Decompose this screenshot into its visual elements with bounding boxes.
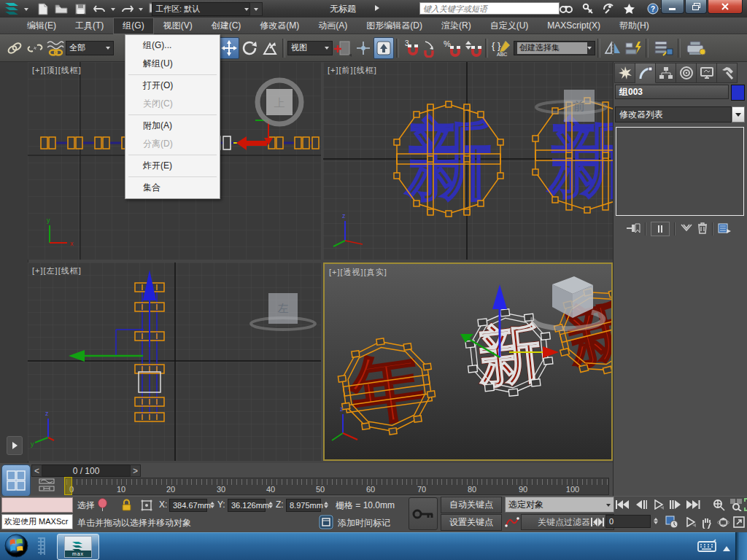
select-and-rotate-button[interactable] bbox=[239, 37, 260, 59]
spinner-snap-toggle-button[interactable] bbox=[462, 37, 483, 59]
use-center-flyout-icon[interactable] bbox=[333, 37, 353, 59]
maxscript-mini-listener[interactable] bbox=[1, 497, 73, 513]
modifier-stack-list[interactable] bbox=[616, 127, 744, 216]
viewport-perspective[interactable]: [+][透视][真实] 年 新 新 bbox=[323, 262, 613, 461]
tab-display[interactable] bbox=[697, 63, 717, 83]
maximize-button[interactable] bbox=[685, 0, 707, 14]
time-slider-value[interactable]: 0 / 100 bbox=[42, 464, 130, 477]
edit-named-selection-sets-button[interactable]: { }ABC bbox=[490, 37, 514, 59]
z-coordinate-field[interactable]: 8.975mm bbox=[286, 499, 321, 512]
frame-spinner[interactable] bbox=[654, 516, 658, 526]
y-spinner[interactable] bbox=[268, 499, 273, 510]
set-keys-button[interactable] bbox=[409, 497, 438, 530]
redo-caret-icon[interactable] bbox=[139, 8, 143, 13]
make-unique-icon[interactable] bbox=[680, 223, 693, 236]
next-frame-button[interactable]: > bbox=[130, 464, 141, 477]
redo-button[interactable] bbox=[120, 2, 134, 15]
select-and-manipulate-icon[interactable] bbox=[353, 37, 374, 59]
y-coordinate-field[interactable]: 36.126mm bbox=[228, 499, 266, 512]
add-time-tag[interactable]: 添加时间标记 bbox=[338, 517, 390, 529]
app-logo-button[interactable] bbox=[1, 1, 34, 17]
viewport-front[interactable]: [+][前][线框] 新 新 bbox=[323, 62, 613, 260]
angle-snap-toggle-button[interactable] bbox=[422, 37, 442, 59]
x-coordinate-field[interactable]: 384.67mm bbox=[169, 499, 207, 512]
selection-filter-dropdown[interactable]: 全部 bbox=[66, 41, 114, 55]
workspace-flyout-button[interactable] bbox=[249, 2, 263, 16]
key-mode-toggle-button[interactable] bbox=[588, 514, 607, 530]
search-icon[interactable] bbox=[557, 1, 575, 16]
menu-views[interactable]: 视图(V) bbox=[154, 18, 202, 34]
favorites-star-icon[interactable] bbox=[620, 1, 638, 16]
input-method-icon[interactable] bbox=[697, 539, 716, 554]
close-button[interactable] bbox=[708, 0, 743, 14]
menu-help[interactable]: 帮助(H) bbox=[610, 18, 659, 34]
selection-set-dropdown[interactable]: 选定对象 bbox=[505, 497, 614, 513]
next-frame-button[interactable] bbox=[666, 497, 685, 513]
bind-to-space-warp-icon[interactable] bbox=[45, 37, 66, 59]
zoom-extents-selected-icon[interactable] bbox=[741, 497, 747, 513]
show-end-result-button[interactable] bbox=[651, 222, 670, 236]
menu-item-ungroup[interactable]: 解组(U) bbox=[125, 55, 220, 73]
go-to-start-button[interactable] bbox=[613, 497, 632, 513]
viewport-perspective-label[interactable]: [+][透视][真实] bbox=[329, 267, 387, 278]
menu-item-group[interactable]: 组(G)... bbox=[125, 36, 220, 55]
render-setup-button[interactable] bbox=[683, 37, 709, 59]
menu-maxscript[interactable]: MAXScript(X) bbox=[538, 18, 610, 33]
open-file-button[interactable] bbox=[54, 2, 69, 15]
pin-stack-icon[interactable] bbox=[626, 222, 640, 236]
viewport-layout-tab-button[interactable] bbox=[1, 464, 31, 497]
unlink-selection-icon[interactable] bbox=[25, 37, 45, 59]
select-and-link-icon[interactable] bbox=[4, 37, 25, 59]
menu-create[interactable]: 创建(C) bbox=[202, 18, 251, 34]
tab-motion[interactable] bbox=[676, 63, 697, 83]
align-button[interactable] bbox=[623, 37, 643, 59]
time-configuration-icon[interactable] bbox=[662, 514, 681, 530]
key-filters-curve-icon[interactable] bbox=[505, 516, 519, 531]
viewport-top-label[interactable]: [+][顶][线框] bbox=[32, 65, 82, 76]
modifier-list-arrow-button[interactable] bbox=[732, 106, 745, 122]
viewport-front-label[interactable]: [+][前][线框] bbox=[328, 65, 377, 76]
menu-modifiers[interactable]: 修改器(M) bbox=[250, 18, 309, 34]
key-icon[interactable] bbox=[579, 1, 597, 16]
menu-graph-editors[interactable]: 图形编辑器(D) bbox=[357, 18, 432, 34]
open-explorer-button[interactable] bbox=[7, 436, 23, 455]
new-file-button[interactable] bbox=[35, 2, 50, 15]
prev-frame-button[interactable]: < bbox=[31, 464, 42, 477]
use-pivot-point-center-button[interactable] bbox=[374, 37, 394, 59]
snaps-toggle-button[interactable]: 3 bbox=[401, 37, 422, 59]
set-key-button[interactable]: 设置关键点 bbox=[441, 514, 502, 531]
track-bar[interactable]: 0 10 20 30 40 50 60 70 80 90 100 bbox=[66, 478, 609, 495]
percent-snap-toggle-button[interactable]: % bbox=[442, 37, 462, 59]
menu-item-attach[interactable]: 附加(A) bbox=[125, 117, 220, 135]
start-button[interactable] bbox=[4, 534, 28, 558]
auto-key-button[interactable]: 自动关键点 bbox=[441, 497, 502, 513]
viewport-left-label[interactable]: [+][左][线框] bbox=[32, 265, 82, 276]
curve-editor-button[interactable] bbox=[651, 37, 676, 59]
x-spinner[interactable] bbox=[210, 499, 214, 510]
absolute-mode-transform-icon[interactable] bbox=[140, 499, 153, 514]
menu-item-explode[interactable]: 炸开(E) bbox=[125, 157, 220, 175]
lock-selection-icon[interactable] bbox=[121, 499, 132, 513]
workspace-dropdown[interactable]: 工作区: 默认 bbox=[152, 2, 252, 16]
open-mini-curve-editor-icon[interactable] bbox=[38, 478, 55, 494]
menu-item-assembly[interactable]: 集合 bbox=[125, 179, 220, 197]
show-hidden-icons-button[interactable] bbox=[723, 542, 730, 551]
remove-modifier-icon[interactable] bbox=[697, 222, 708, 236]
save-button[interactable] bbox=[73, 2, 88, 15]
object-color-swatch[interactable] bbox=[731, 85, 745, 101]
menu-group[interactable]: 组(G) bbox=[113, 18, 153, 34]
maxscript-listener-line[interactable]: 欢迎使用 MAXScr bbox=[1, 514, 73, 529]
viewport-left[interactable]: [+][左][线框] 左 z y bbox=[28, 262, 321, 461]
current-frame-field[interactable]: 0 bbox=[605, 515, 651, 528]
menu-rendering[interactable]: 渲染(R) bbox=[432, 18, 481, 34]
reference-coordinate-dropdown[interactable]: 视图 bbox=[287, 41, 333, 55]
zoom-extents-icon[interactable] bbox=[709, 497, 728, 513]
go-to-end-button[interactable] bbox=[684, 497, 703, 513]
undo-button[interactable] bbox=[92, 2, 107, 15]
menu-edit[interactable]: 编辑(E) bbox=[18, 18, 66, 34]
menu-item-open[interactable]: 打开(O) bbox=[125, 77, 220, 95]
mirror-button[interactable] bbox=[603, 37, 623, 59]
taskbar-3dsmax-button[interactable]: max bbox=[57, 534, 99, 560]
time-slider-marker[interactable] bbox=[64, 477, 72, 495]
menu-customize[interactable]: 自定义(U) bbox=[481, 18, 538, 34]
